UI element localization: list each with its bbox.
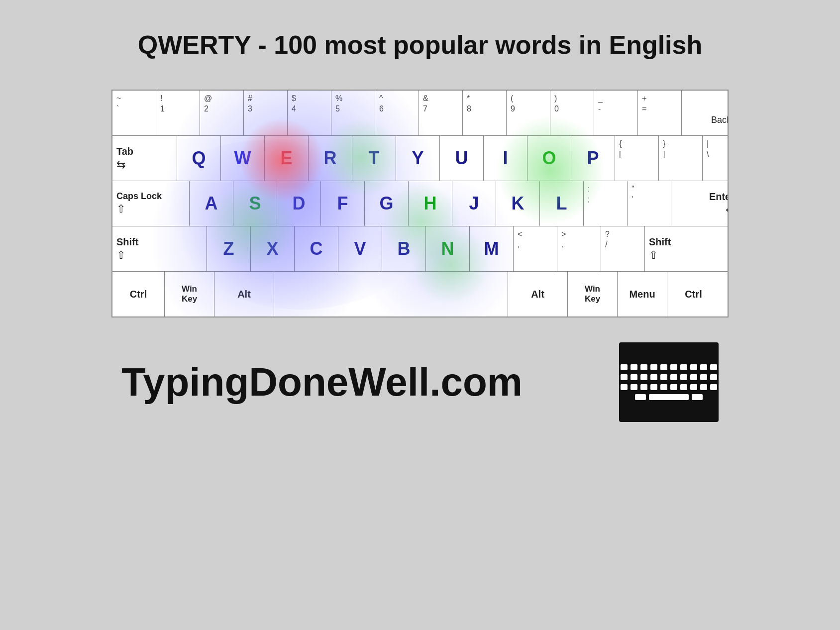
tab-row: Tab ⇆ Q W E R T Y U I O P — [112, 136, 728, 181]
brand-url: TypingDoneWell.com — [121, 359, 523, 405]
key-9[interactable]: ( 9 — [507, 91, 550, 135]
key-o[interactable]: O — [527, 136, 571, 181]
key-h[interactable]: H — [409, 181, 452, 226]
key-period[interactable]: > . — [557, 226, 601, 271]
key-backspace[interactable]: ← Backspace — [682, 91, 729, 135]
keyboard: ~ ` ! 1 @ 2 # 3 $ 4 % 5 ^ 6 & 7 — [111, 90, 729, 317]
key-minus[interactable]: _ - — [594, 91, 638, 135]
page-title: QWERTY - 100 most popular words in Engli… — [138, 30, 703, 60]
number-row: ~ ` ! 1 @ 2 # 3 $ 4 % 5 ^ 6 & 7 — [112, 91, 728, 136]
key-menu[interactable]: Menu — [618, 272, 667, 316]
key-v[interactable]: V — [338, 226, 382, 271]
key-x[interactable]: X — [251, 226, 295, 271]
branding: TypingDoneWell.com — [111, 342, 729, 422]
shift-row: Shift ⇧ Z X C V B N M < , > . — [112, 226, 728, 272]
key-ctrl-left[interactable]: Ctrl — [112, 272, 165, 316]
key-4[interactable]: $ 4 — [288, 91, 331, 135]
key-7[interactable]: & 7 — [419, 91, 463, 135]
key-i[interactable]: I — [484, 136, 527, 181]
key-f[interactable]: F — [321, 181, 365, 226]
key-u[interactable]: U — [440, 136, 484, 181]
key-alt-right[interactable]: Alt — [508, 272, 568, 316]
key-caps-lock[interactable]: Caps Lock ⇧ — [112, 181, 190, 226]
key-8[interactable]: * 8 — [463, 91, 507, 135]
key-quote[interactable]: " ' — [628, 181, 671, 226]
key-t[interactable]: T — [352, 136, 396, 181]
key-y[interactable]: Y — [396, 136, 440, 181]
key-open-bracket[interactable]: { [ — [615, 136, 659, 181]
key-5[interactable]: % 5 — [331, 91, 375, 135]
key-n[interactable]: N — [426, 226, 470, 271]
key-equals[interactable]: + = — [638, 91, 682, 135]
key-space[interactable] — [274, 272, 508, 316]
key-alt-left[interactable]: Alt — [214, 272, 274, 316]
key-slash[interactable]: ? / — [601, 226, 645, 271]
key-p[interactable]: P — [571, 136, 615, 181]
key-s[interactable]: S — [233, 181, 277, 226]
key-m[interactable]: M — [470, 226, 514, 271]
key-b[interactable]: B — [382, 226, 426, 271]
key-close-bracket[interactable]: } ] — [659, 136, 703, 181]
key-enter[interactable]: Enter ↵ — [671, 181, 729, 226]
key-0[interactable]: ) 0 — [550, 91, 594, 135]
key-semicolon[interactable]: : ; — [584, 181, 628, 226]
key-tilde[interactable]: ~ ` — [112, 91, 156, 135]
key-r[interactable]: R — [309, 136, 352, 181]
key-z[interactable]: Z — [207, 226, 251, 271]
key-shift-left[interactable]: Shift ⇧ — [112, 226, 207, 271]
key-j[interactable]: J — [452, 181, 496, 226]
key-backslash[interactable]: | \ — [703, 136, 729, 181]
key-comma[interactable]: < , — [514, 226, 557, 271]
key-e[interactable]: E — [265, 136, 309, 181]
key-win-left[interactable]: WinKey — [165, 272, 214, 316]
key-6[interactable]: ^ 6 — [375, 91, 419, 135]
key-2[interactable]: @ 2 — [200, 91, 244, 135]
bottom-row: Ctrl WinKey Alt Alt WinKey Menu Ctrl — [112, 272, 728, 316]
key-w[interactable]: W — [221, 136, 265, 181]
key-q[interactable]: Q — [177, 136, 221, 181]
key-a[interactable]: A — [190, 181, 233, 226]
key-1[interactable]: ! 1 — [156, 91, 200, 135]
key-k[interactable]: K — [496, 181, 540, 226]
key-c[interactable]: C — [295, 226, 338, 271]
key-tab[interactable]: Tab ⇆ — [112, 136, 177, 181]
key-d[interactable]: D — [277, 181, 321, 226]
key-3[interactable]: # 3 — [244, 91, 288, 135]
key-ctrl-right[interactable]: Ctrl — [667, 272, 720, 316]
key-win-right[interactable]: WinKey — [568, 272, 618, 316]
key-l[interactable]: L — [540, 181, 584, 226]
keyboard-icon — [619, 342, 719, 422]
key-shift-right[interactable]: Shift ⇧ — [645, 226, 729, 271]
key-g[interactable]: G — [365, 181, 409, 226]
caps-row: Caps Lock ⇧ A S D F G H J K L : — [112, 181, 728, 226]
